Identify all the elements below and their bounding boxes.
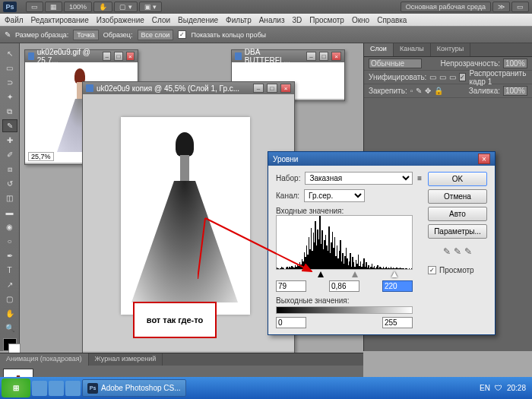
min-btn[interactable]: –	[306, 52, 316, 61]
taskbar-app[interactable]: PsAdobe Photoshop CS...	[82, 379, 186, 397]
fill-input[interactable]: 100%	[503, 86, 527, 96]
zoom-readout[interactable]: 25,7%	[28, 152, 54, 161]
input-black[interactable]	[276, 280, 306, 292]
tab-paths[interactable]: Контуры	[431, 43, 470, 56]
menu-window[interactable]: Окно	[352, 16, 369, 24]
lock-icon4[interactable]: 🔒	[434, 87, 443, 95]
color-swatch[interactable]	[3, 338, 17, 351]
workspace-btn[interactable]: Основная рабочая среда	[401, 2, 491, 12]
cancel-button[interactable]: Отмена	[428, 189, 487, 204]
ql-3[interactable]	[65, 381, 81, 396]
sample-select[interactable]: Все слои	[138, 30, 174, 40]
tab-animation[interactable]: Анимация (покадровая)	[0, 353, 89, 366]
levels-dialog[interactable]: Уровни× Набор:Заказная≡ Канал:Гр.сер. Вх…	[268, 151, 496, 335]
tb-icon1[interactable]: ▭	[26, 2, 43, 12]
unify-icon3[interactable]: ▭	[449, 73, 456, 81]
chevrons-icon[interactable]: ≫	[492, 2, 510, 12]
type-tool[interactable]: T	[2, 264, 17, 277]
preset-select[interactable]: Заказная	[305, 172, 413, 185]
ql-2[interactable]	[49, 381, 64, 396]
preview-checkbox[interactable]: ✓	[428, 266, 436, 274]
close-btn[interactable]: ×	[280, 84, 291, 93]
lasso-tool[interactable]: ⊃	[2, 76, 17, 89]
params-button[interactable]: Параметры...	[428, 224, 487, 239]
eyedrop-black-icon[interactable]: ✎	[443, 246, 451, 257]
stamp-tool[interactable]: ⧈	[2, 163, 17, 176]
zoom-tool[interactable]: 🔍	[2, 321, 17, 334]
menu-image[interactable]: Изображение	[97, 16, 144, 24]
lock-icon2[interactable]: ✎	[416, 87, 422, 95]
move-tool[interactable]: ↖	[2, 47, 17, 60]
output-black[interactable]	[276, 317, 306, 328]
history-tool[interactable]: ↺	[2, 177, 17, 190]
sample-size-select[interactable]: Точка	[73, 30, 98, 40]
unify-icon2[interactable]: ▭	[439, 73, 446, 81]
system-tray[interactable]: EN🛡20:28	[480, 384, 530, 392]
eyedrop-gray-icon[interactable]: ✎	[454, 246, 461, 257]
menu-edit[interactable]: Редактирование	[31, 16, 89, 24]
tb-screen-icon[interactable]: ▣ ▾	[139, 2, 163, 12]
wand-tool[interactable]: ✦	[2, 90, 17, 103]
menu-analysis[interactable]: Анализ	[259, 16, 285, 24]
menu-layer[interactable]: Слои	[152, 16, 170, 24]
preset-menu-icon[interactable]: ≡	[417, 174, 422, 182]
tb-icon2[interactable]: ▦	[45, 2, 62, 12]
ql-1[interactable]	[32, 381, 47, 396]
tab-layers[interactable]: Слои	[364, 43, 394, 56]
max-btn[interactable]: □	[114, 52, 122, 61]
opacity-input[interactable]: 100%	[503, 59, 527, 68]
input-mid[interactable]	[329, 280, 359, 292]
ring-checkbox[interactable]: ✓	[178, 30, 186, 39]
unify-icon1[interactable]: ▭	[429, 73, 436, 81]
dodge-tool[interactable]: ○	[2, 235, 17, 248]
shape-tool[interactable]: ▢	[2, 293, 17, 306]
max-btn[interactable]: □	[319, 52, 329, 61]
pen-tool[interactable]: ✒	[2, 249, 17, 262]
menu-help[interactable]: Справка	[377, 16, 407, 24]
lock-icon3[interactable]: ✥	[425, 87, 431, 95]
blend-mode[interactable]: Обычные	[369, 59, 422, 68]
close-btn[interactable]: ×	[126, 52, 135, 61]
min-btn[interactable]: –	[103, 52, 111, 61]
tab-channels[interactable]: Каналы	[394, 43, 431, 56]
tb-view-icon[interactable]: ▢ ▾	[114, 2, 138, 12]
menu-file[interactable]: Файл	[5, 16, 24, 24]
auto-button[interactable]: Авто	[428, 207, 487, 221]
lang-indicator[interactable]: EN	[480, 384, 490, 392]
start-button[interactable]: ⊞	[2, 378, 30, 397]
blur-tool[interactable]: ◉	[2, 220, 17, 233]
menu-select[interactable]: Выделение	[178, 16, 218, 24]
ok-button[interactable]: OK	[428, 172, 487, 186]
close-icon[interactable]: ×	[478, 154, 490, 164]
output-gradient[interactable]	[276, 306, 413, 314]
hand-tool[interactable]: ✋	[2, 307, 17, 320]
eyedropper-tool[interactable]: ✎	[2, 119, 17, 132]
gradient-tool[interactable]: ▬	[2, 206, 17, 219]
doc-icon[interactable]: ▭	[511, 2, 529, 12]
menu-filter[interactable]: Фильтр	[226, 16, 252, 24]
eraser-tool[interactable]: ◫	[2, 192, 17, 204]
gamma-slider[interactable]	[352, 271, 358, 277]
black-slider[interactable]	[318, 271, 324, 277]
clock[interactable]: 20:28	[507, 384, 526, 392]
propagate-chk[interactable]: ✓	[459, 73, 466, 81]
min-btn[interactable]: –	[253, 84, 264, 93]
max-btn[interactable]: □	[267, 84, 277, 93]
lock-icon1[interactable]: ▫	[410, 87, 413, 95]
heal-tool[interactable]: ✚	[2, 134, 17, 147]
tb-hand-icon[interactable]: ✋	[93, 2, 112, 12]
marquee-tool[interactable]: ▭	[2, 62, 17, 74]
channel-select[interactable]: Гр.сер.	[304, 189, 365, 202]
close-btn[interactable]: ×	[331, 52, 341, 61]
zoom-dd[interactable]: 100%	[64, 2, 92, 12]
crop-tool[interactable]: ⧉	[2, 105, 17, 118]
eyedrop-white-icon[interactable]: ✎	[464, 246, 472, 257]
tab-measure[interactable]: Журнал измерений	[89, 353, 163, 366]
brush-tool[interactable]: ✐	[2, 148, 17, 161]
menu-view[interactable]: Просмотр	[309, 16, 344, 24]
path-tool[interactable]: ↗	[2, 278, 17, 291]
tray-icon[interactable]: 🛡	[495, 384, 502, 392]
input-sliders[interactable]	[276, 271, 413, 279]
output-white[interactable]	[382, 317, 413, 328]
white-slider[interactable]	[391, 271, 397, 277]
